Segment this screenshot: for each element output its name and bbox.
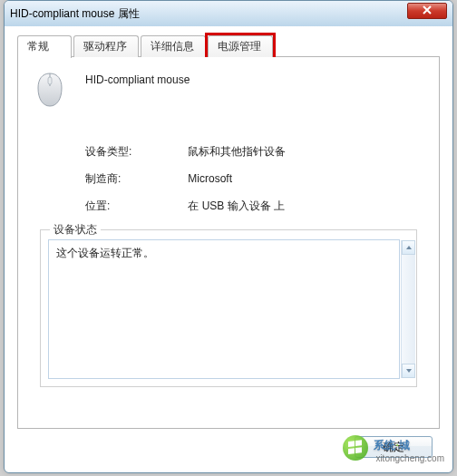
window-title: HID-compliant mouse 属性	[10, 6, 140, 22]
tab-label: 常规	[27, 40, 49, 53]
device-status-group: 设备状态 这个设备运转正常。	[40, 229, 417, 387]
manufacturer-value: Microsoft	[188, 172, 232, 185]
device-status-text[interactable]: 这个设备运转正常。	[48, 239, 400, 379]
status-text-content: 这个设备运转正常。	[56, 247, 154, 259]
close-icon	[423, 5, 432, 17]
close-button[interactable]	[407, 3, 447, 19]
scrollbar[interactable]	[401, 240, 415, 378]
scroll-down-icon[interactable]	[402, 364, 415, 378]
tab-page-general: HID-compliant mouse 设备类型: 鼠标和其他指针设备 制造商:…	[17, 57, 440, 429]
tab-label: 电源管理	[218, 40, 261, 53]
client-area: 常规 驱动程序 详细信息 电源管理 HID-complian	[12, 30, 445, 465]
svg-rect-1	[48, 77, 52, 84]
scroll-up-icon[interactable]	[402, 240, 415, 255]
tabstrip: 常规 驱动程序 详细信息 电源管理	[17, 35, 440, 57]
ok-button[interactable]: 确定	[355, 436, 433, 458]
row-location: 位置: 在 USB 输入设备 上	[85, 199, 285, 214]
location-value: 在 USB 输入设备 上	[188, 199, 285, 214]
titlebar[interactable]: HID-compliant mouse 属性	[5, 1, 452, 26]
device-status-title: 设备状态	[50, 222, 101, 238]
row-device-type: 设备类型: 鼠标和其他指针设备	[85, 144, 286, 160]
tab-general[interactable]: 常规	[17, 35, 72, 58]
properties-dialog: HID-compliant mouse 属性 常规 驱动程序 详细信息 电源管理	[4, 0, 453, 473]
location-label: 位置:	[85, 199, 185, 214]
row-manufacturer: 制造商: Microsoft	[85, 171, 232, 187]
mouse-icon	[34, 72, 65, 108]
device-name: HID-compliant mouse	[85, 73, 190, 86]
dialog-buttons: 确定	[355, 436, 433, 458]
tab-label: 驱动程序	[83, 40, 127, 53]
tab-power-management[interactable]: 电源管理	[208, 35, 273, 57]
tab-label: 详细信息	[151, 40, 194, 53]
ok-label: 确定	[383, 441, 404, 453]
tab-details[interactable]: 详细信息	[141, 35, 206, 57]
device-type-label: 设备类型:	[85, 144, 185, 160]
tab-driver[interactable]: 驱动程序	[73, 35, 139, 57]
device-type-value: 鼠标和其他指针设备	[188, 144, 286, 160]
manufacturer-label: 制造商:	[85, 171, 185, 187]
